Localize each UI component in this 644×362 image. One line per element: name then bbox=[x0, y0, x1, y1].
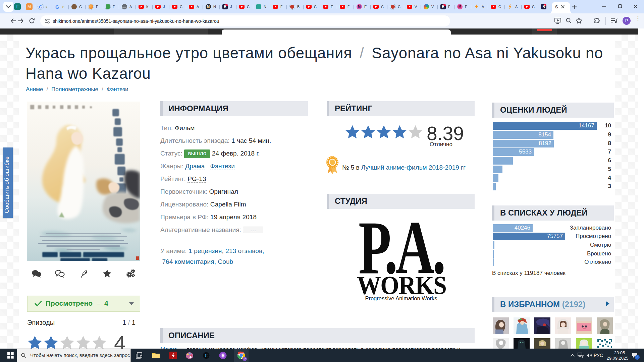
svg-text:€: € bbox=[205, 353, 208, 358]
